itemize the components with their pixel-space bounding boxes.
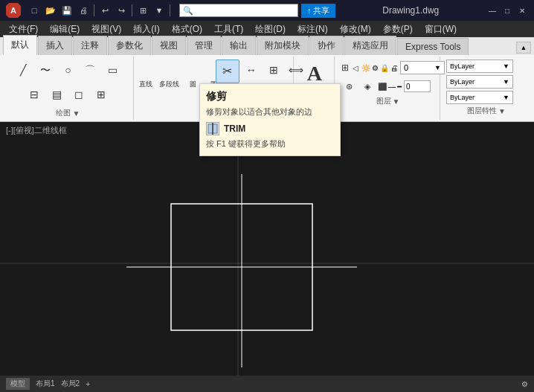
ribbon-group-layer: ⊞ ◁ 🔆 ⚙ 🔒 🖨 0 ▼ ⊛ [336,57,440,120]
layer-group-label: 图层 ▼ [376,96,400,106]
undo-btn[interactable]: ↩ [97,3,112,18]
arc-tool[interactable]: ⌒ [80,60,100,80]
plot-btn[interactable]: 🖨 [76,3,91,18]
extend-tool[interactable]: ↔ [241,60,262,80]
tab-featured[interactable]: 精选应用 [344,36,396,55]
separator [94,4,94,16]
layer-group-arrow[interactable]: ▼ [393,97,400,106]
polyline-tool[interactable]: 〜 [35,60,56,80]
trim-tool[interactable]: ✂ [216,60,239,83]
menu-modify[interactable]: 修改(M) [334,22,377,37]
line-label: 直线 [135,80,156,89]
layer-properties-btn[interactable]: ⊞ [341,60,350,76]
status-bar: 模型 布局1 布局2 + ⚙ [0,376,534,392]
tooltip-description: 修剪对象以适合其他对象的边 [206,106,334,118]
ribbon-group-properties: ByLayer ▼ ByLayer ▼ ByLayer ▼ 图层特性 ▼ [442,57,531,120]
canvas-svg [0,122,534,376]
minimize-button[interactable]: — [486,4,498,16]
separator2 [132,4,132,16]
redo-btn[interactable]: ↪ [114,3,129,18]
menu-insert[interactable]: 插入(I) [127,22,165,37]
properties-group-arrow[interactable]: ▼ [498,107,506,115]
linetype-dropdown[interactable]: ByLayer ▼ [446,75,513,89]
color-dropdown[interactable]: ByLayer ▼ [446,60,513,73]
properties-group-label: 图层特性 ▼ [467,106,506,116]
settings-icon[interactable]: ▼ [152,3,167,18]
workspace-btn[interactable]: ⊞ [135,3,150,18]
add-layout-btn[interactable]: + [86,380,90,388]
draw-group-label: 绘图 ▼ [56,108,80,118]
menu-format[interactable]: 格式(O) [166,22,208,37]
tab-default[interactable]: 默认 [3,35,37,55]
window-controls: — □ ✕ [486,4,528,16]
hatch-tool[interactable]: ⊟ [24,84,45,105]
menu-bar: 文件(F) 编辑(E) 视图(V) 插入(I) 格式(O) 工具(T) 绘图(D… [0,21,534,37]
maximize-button[interactable]: □ [501,4,513,16]
separator3 [170,4,170,16]
tooltip-command-name: TRIM [224,123,245,134]
title-bar: A □ 📂 💾 🖨 ↩ ↪ ⊞ ▼ 🔍 ↑ 共享 Drawing1.dwg — … [0,0,534,21]
circle-tool[interactable]: ○ [57,60,78,80]
statusbar-settings-btn[interactable]: ⚙ [521,380,528,388]
layer-iso-btn[interactable]: ◈ [359,78,376,94]
open-btn[interactable]: 📂 [43,3,58,18]
model-tab[interactable]: 模型 [6,378,30,390]
ribbon-group-draw: ╱ 〜 ○ ⌒ ▭ ⊟ [3,57,134,120]
close-button[interactable]: ✕ [516,4,528,16]
share-button[interactable]: ↑ 共享 [301,4,335,18]
tab-collaborate[interactable]: 协作 [309,36,344,55]
tooltip-title: 修剪 [206,90,334,103]
ribbon-collapse-btn[interactable]: ▲ [516,42,531,54]
trim-icon [206,122,219,135]
tab-manage[interactable]: 管理 [187,36,221,55]
tab-output[interactable]: 输出 [222,36,256,55]
layer-dropdown[interactable]: 0 ▼ [400,61,445,74]
polyline-label: 多段线 [159,80,180,89]
ribbon-tabs: 默认 插入 注释 参数化 视图 管理 输出 附加模块 协作 精选应用 Expre… [0,37,534,55]
rect-tool[interactable]: ▭ [102,60,123,80]
match-prop-btn[interactable]: ⊛ [341,78,357,94]
gradient-tool[interactable]: ▤ [46,84,67,105]
tab-view[interactable]: 视图 [152,36,186,55]
menu-dimension[interactable]: 标注(N) [292,22,334,37]
line-tool[interactable]: ╱ [13,60,33,80]
tab-addons[interactable]: 附加模块 [257,36,309,55]
tooltip-popup: 修剪 修剪对象以适合其他对象的边 TRIM 按 F1 键获得更多帮助 [199,83,341,156]
draw-tools: ╱ 〜 ○ ⌒ ▭ ⊟ [7,58,129,106]
menu-param[interactable]: 参数(P) [377,22,419,37]
tab-annotate[interactable]: 注释 [73,36,107,55]
tooltip-command: TRIM [206,122,334,135]
menu-window[interactable]: 窗口(W) [419,22,463,37]
tooltip-hint: 按 F1 键获得更多帮助 [206,138,334,150]
lineweight-dropdown[interactable]: ByLayer ▼ [446,91,513,104]
save-btn[interactable]: 💾 [59,3,74,18]
app-logo: A [6,3,21,18]
menu-draw[interactable]: 绘图(D) [249,22,292,37]
region-tool[interactable]: ◻ [68,84,89,105]
menu-tools[interactable]: 工具(T) [208,22,249,37]
menu-view[interactable]: 视图(V) [86,22,127,37]
draw-group-arrow[interactable]: ▼ [72,109,80,118]
document-title: Drawing1.dwg [335,5,487,16]
layout2-tab[interactable]: 布局2 [61,379,80,389]
menu-edit[interactable]: 编辑(E) [44,22,86,37]
viewport[interactable]: [-][俯视]二维线框 [0,122,534,376]
table-tool[interactable]: ⊞ [91,84,112,105]
tab-parametric[interactable]: 参数化 [108,36,151,55]
new-btn[interactable]: □ [27,3,42,18]
lineweight-input[interactable] [404,80,431,92]
copy-tool[interactable]: ⊞ [263,60,284,80]
layout1-tab[interactable]: 布局1 [36,379,55,389]
tab-express-tools[interactable]: Express Tools [397,38,469,55]
layer-prev-btn[interactable]: ◁ [352,60,359,76]
tab-insert[interactable]: 插入 [38,36,72,55]
